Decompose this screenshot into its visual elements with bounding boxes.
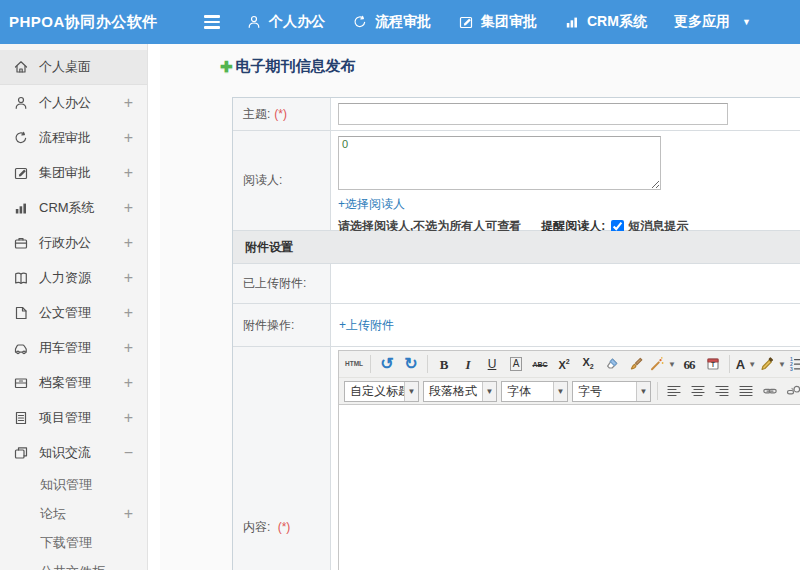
expand-icon[interactable]: + bbox=[124, 270, 133, 286]
subscript-button[interactable]: X2 bbox=[577, 353, 599, 375]
char-border-button[interactable]: A bbox=[505, 353, 527, 375]
sidebar-item-label: 下载管理 bbox=[40, 534, 133, 552]
sidebar-menu: 个人桌面个人办公+流程审批+集团审批+CRM系统+行政办公+人力资源+公文管理+… bbox=[0, 44, 147, 570]
attachment-ops-row: 附件操作: +上传附件 bbox=[233, 304, 800, 347]
auto-typeset-button[interactable]: ▼ bbox=[649, 353, 676, 375]
briefcase-icon bbox=[13, 235, 29, 251]
html-source-button[interactable]: HTML bbox=[343, 353, 365, 375]
unlink-button[interactable] bbox=[783, 380, 800, 402]
select-label: 自定义标题 bbox=[345, 383, 404, 400]
user-icon bbox=[246, 14, 262, 30]
sidebar-item-CRM系统[interactable]: CRM系统+ bbox=[0, 190, 147, 225]
expand-icon[interactable]: + bbox=[124, 200, 133, 216]
highlight-color-button[interactable]: ▼ bbox=[759, 353, 786, 375]
underline-button[interactable]: U bbox=[481, 353, 503, 375]
redo-button[interactable]: ↻ bbox=[400, 353, 422, 375]
expand-icon[interactable]: + bbox=[124, 375, 133, 391]
select-label: 段落格式 bbox=[424, 383, 482, 400]
sidebar-item-档案管理[interactable]: 档案管理+ bbox=[0, 365, 147, 400]
publish-form: 主题: (*) 阅读人: +选择阅读人 请选择阅读人,不选为所有人可查看 提醒阅… bbox=[232, 97, 800, 570]
blockquote-button[interactable]: 66 bbox=[678, 353, 700, 375]
sidebar-item-label: 行政办公 bbox=[39, 234, 124, 252]
page-title-text: 电子期刊信息发布 bbox=[236, 57, 356, 76]
expand-icon[interactable]: + bbox=[124, 235, 133, 251]
insert-date-button[interactable]: T bbox=[702, 353, 724, 375]
topnav-item-CRM系统[interactable]: CRM系统 bbox=[564, 13, 647, 31]
editor-content-area[interactable] bbox=[339, 405, 800, 570]
expand-icon[interactable]: + bbox=[124, 340, 133, 356]
sidebar-item-流程审批[interactable]: 流程审批+ bbox=[0, 120, 147, 155]
user-icon bbox=[13, 95, 29, 111]
sidebar-item-label: 项目管理 bbox=[39, 409, 124, 427]
sidebar-item-行政办公[interactable]: 行政办公+ bbox=[0, 225, 147, 260]
align-right-button[interactable] bbox=[711, 380, 733, 402]
caret-down-icon: ▼ bbox=[482, 382, 496, 401]
sidebar-item-label: 个人办公 bbox=[39, 94, 124, 112]
bold-button[interactable]: B bbox=[433, 353, 455, 375]
home-icon bbox=[13, 59, 29, 75]
edit-icon bbox=[13, 165, 29, 181]
readers-row: 阅读人: +选择阅读人 请选择阅读人,不选为所有人可查看 提醒阅读人: 短消息提… bbox=[233, 131, 800, 231]
italic-button[interactable]: I bbox=[457, 353, 479, 375]
sidebar-item-知识管理[interactable]: 知识管理 bbox=[0, 470, 147, 499]
subject-row: 主题: (*) bbox=[233, 98, 800, 131]
archive-icon bbox=[13, 375, 29, 391]
expand-icon[interactable]: + bbox=[124, 130, 133, 146]
upload-attachment-link[interactable]: +上传附件 bbox=[339, 317, 394, 334]
ordered-list-button[interactable]: 123▼ bbox=[788, 353, 800, 375]
sidebar-item-label: 档案管理 bbox=[39, 374, 124, 392]
remove-format-button[interactable] bbox=[601, 353, 623, 375]
select-readers-link[interactable]: +选择阅读人 bbox=[338, 197, 405, 211]
uploaded-attachments-value bbox=[331, 264, 800, 303]
uploaded-attachments-row: 已上传附件: bbox=[233, 264, 800, 304]
format-painter-button[interactable] bbox=[625, 353, 647, 375]
svg-text:T: T bbox=[711, 361, 715, 368]
subject-label: 主题: (*) bbox=[233, 98, 331, 130]
sidebar-item-论坛[interactable]: 论坛+ bbox=[0, 499, 147, 528]
link-button[interactable] bbox=[759, 380, 781, 402]
sidebar-item-项目管理[interactable]: 项目管理+ bbox=[0, 400, 147, 435]
size-select[interactable]: 字号▼ bbox=[572, 381, 651, 402]
undo-button[interactable]: ↺ bbox=[376, 353, 398, 375]
font-color-button[interactable]: A▼ bbox=[735, 353, 757, 375]
sidebar-item-集团审批[interactable]: 集团审批+ bbox=[0, 155, 147, 190]
sidebar-item-个人办公[interactable]: 个人办公+ bbox=[0, 85, 147, 120]
strikethrough-button[interactable]: ABC bbox=[529, 353, 551, 375]
expand-icon[interactable]: + bbox=[124, 506, 133, 522]
align-justify-button[interactable] bbox=[735, 380, 757, 402]
superscript-button[interactable]: X2 bbox=[553, 353, 575, 375]
subject-input[interactable] bbox=[338, 103, 728, 125]
sidebar-item-下载管理[interactable]: 下载管理 bbox=[0, 528, 147, 557]
topnav-item-流程审批[interactable]: 流程审批 bbox=[352, 13, 431, 31]
align-left-button[interactable] bbox=[663, 380, 685, 402]
paragraph-select[interactable]: 段落格式▼ bbox=[423, 381, 497, 402]
expand-icon[interactable]: + bbox=[124, 95, 133, 111]
expand-icon[interactable]: + bbox=[124, 410, 133, 426]
attachment-ops-label: 附件操作: bbox=[233, 304, 331, 346]
hamburger-menu-button[interactable] bbox=[204, 12, 230, 32]
expand-icon[interactable]: + bbox=[124, 305, 133, 321]
sidebar-item-用车管理[interactable]: 用车管理+ bbox=[0, 330, 147, 365]
topnav-items: 个人办公流程审批集团审批CRM系统更多应用▼ bbox=[246, 13, 751, 31]
sidebar-item-公文管理[interactable]: 公文管理+ bbox=[0, 295, 147, 330]
readers-textarea[interactable] bbox=[338, 136, 661, 190]
collapse-icon[interactable]: − bbox=[124, 445, 133, 461]
sidebar-gap bbox=[149, 44, 160, 570]
select-label: 字体 bbox=[502, 383, 553, 400]
toolbar-separator bbox=[370, 355, 371, 373]
expand-icon[interactable]: + bbox=[124, 165, 133, 181]
heading-select[interactable]: 自定义标题▼ bbox=[344, 381, 419, 402]
topnav-item-个人办公[interactable]: 个人办公 bbox=[246, 13, 325, 31]
sidebar-item-知识交流[interactable]: 知识交流− bbox=[0, 435, 147, 470]
sidebar-item-公共文件柜[interactable]: 公共文件柜 bbox=[0, 557, 147, 570]
project-icon bbox=[13, 410, 29, 426]
topnav-item-集团审批[interactable]: 集团审批 bbox=[458, 13, 537, 31]
flow-icon bbox=[13, 130, 29, 146]
sidebar-item-label: 流程审批 bbox=[39, 129, 124, 147]
app-logo[interactable]: PHPOA协同办公软件 bbox=[0, 13, 198, 32]
align-center-button[interactable] bbox=[687, 380, 709, 402]
topnav-item-更多应用[interactable]: 更多应用▼ bbox=[674, 13, 751, 31]
sidebar-item-人力资源[interactable]: 人力资源+ bbox=[0, 260, 147, 295]
font-select[interactable]: 字体▼ bbox=[501, 381, 568, 402]
sidebar-item-个人桌面[interactable]: 个人桌面 bbox=[0, 50, 147, 85]
